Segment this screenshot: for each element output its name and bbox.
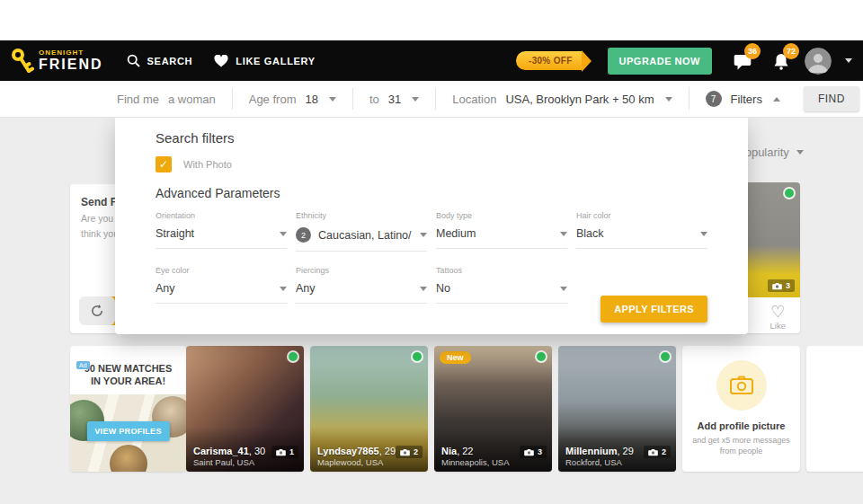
chevron-down-icon bbox=[280, 232, 287, 236]
online-status-dot bbox=[661, 352, 670, 361]
profile-card[interactable]: Carisma_4130 Saint Paul, USA 1 bbox=[186, 346, 304, 472]
profile-age: 29 bbox=[617, 446, 633, 456]
filter-grid: Orientation Straight Ethnicity 2Caucasia… bbox=[156, 211, 707, 304]
heart-outline-icon: ♡ bbox=[770, 304, 786, 320]
chevron-down-icon bbox=[420, 233, 427, 237]
view-profiles-button[interactable]: VIEW PROFILES bbox=[86, 421, 169, 441]
profile-name: Nia22 bbox=[441, 446, 474, 456]
new-badge: New bbox=[440, 351, 471, 364]
chevron-down-icon bbox=[700, 232, 707, 236]
chevron-down-icon bbox=[665, 97, 672, 102]
nav-search-label: SEARCH bbox=[147, 56, 193, 66]
filter-value: No bbox=[436, 282, 553, 295]
location-value: USA, Brooklyn Park + 50 km bbox=[505, 93, 654, 106]
nav-gallery-label: LIKE GALLERY bbox=[236, 56, 316, 66]
page: Popularity Send Flir Are you a think you… bbox=[0, 0, 863, 504]
with-photo-checkbox-row[interactable]: ✓ With Photo bbox=[156, 156, 707, 172]
photo-count: 3 bbox=[538, 447, 542, 456]
profile-card[interactable]: New Nia22 Minneapolis, USA 3 bbox=[434, 346, 552, 472]
filter-value: Straight bbox=[156, 227, 272, 240]
photo-count-badge: 1 bbox=[271, 446, 298, 458]
filter-label: Orientation bbox=[156, 211, 287, 220]
age-to-label: to bbox=[369, 93, 379, 106]
camera-icon bbox=[276, 448, 286, 456]
like-button[interactable]: ♡ Like bbox=[770, 304, 786, 331]
refresh-icon bbox=[90, 304, 104, 318]
filter-ethnicity[interactable]: Ethnicity 2Caucasian, Latino/ Hi... bbox=[296, 211, 427, 252]
refresh-button[interactable] bbox=[79, 296, 115, 325]
filter-eye-color[interactable]: Eye color Any bbox=[156, 266, 287, 304]
messages-count-badge: 36 bbox=[744, 43, 761, 59]
filter-tattoos[interactable]: Tattoos No bbox=[436, 266, 567, 304]
filter-body-type[interactable]: Body type Medium bbox=[436, 211, 567, 252]
logo-text: ONENIGHT FRIEND bbox=[39, 49, 103, 72]
chevron-up-icon bbox=[773, 97, 780, 102]
checkbox-checked[interactable]: ✓ bbox=[156, 156, 172, 172]
search-filters-panel: Search filters ✓ With Photo Advanced Par… bbox=[115, 118, 748, 334]
user-avatar[interactable] bbox=[805, 48, 832, 75]
online-status-dot bbox=[785, 189, 794, 198]
find-button[interactable]: FIND bbox=[804, 86, 859, 111]
profile-name: Millennium29 bbox=[565, 446, 634, 456]
online-status-dot bbox=[413, 352, 422, 361]
filter-label: Body type bbox=[436, 211, 567, 220]
like-label: Like bbox=[770, 321, 786, 331]
filter-label: Ethnicity bbox=[296, 211, 427, 220]
profile-name: Carisma_4130 bbox=[193, 446, 265, 456]
account-menu-caret[interactable] bbox=[845, 58, 852, 63]
camera-icon bbox=[772, 282, 782, 290]
profile-location: Saint Paul, USA bbox=[193, 457, 254, 467]
logo-line1: ONENIGHT bbox=[39, 49, 103, 57]
filters-toggle[interactable]: 7 Filters bbox=[706, 91, 780, 107]
filter-value: Black bbox=[576, 227, 693, 240]
online-status-dot bbox=[289, 352, 298, 361]
add-profile-picture-card[interactable]: Add profile picture and get x5 more mess… bbox=[682, 346, 800, 472]
filters-label: Filters bbox=[731, 93, 762, 106]
photo-count-badge: 3 bbox=[768, 279, 795, 292]
upgrade-now-button[interactable]: UPGRADE NOW bbox=[608, 48, 712, 75]
photo-count-badge: 2 bbox=[396, 446, 423, 458]
filter-value: Any bbox=[296, 282, 413, 295]
filter-piercings[interactable]: Piercings Any bbox=[296, 266, 427, 304]
matches-ad-card[interactable]: Ad 90 NEW MATCHES IN YOUR AREA! VIEW PRO… bbox=[70, 346, 186, 472]
apply-filters-button[interactable]: APPLY FILTERS bbox=[601, 296, 707, 323]
photo-count: 1 bbox=[289, 447, 294, 456]
filter-orientation[interactable]: Orientation Straight bbox=[156, 211, 287, 252]
age-to-selector[interactable]: to 31 bbox=[369, 93, 419, 106]
notifications-count-badge: 72 bbox=[783, 43, 799, 59]
notifications-button[interactable]: 72 bbox=[771, 51, 791, 71]
search-icon bbox=[127, 54, 140, 67]
nav-like-gallery-link[interactable]: LIKE GALLERY bbox=[214, 55, 316, 67]
find-me-value: a woman bbox=[168, 93, 216, 106]
filter-label: Eye color bbox=[156, 266, 287, 275]
discount-badge[interactable]: -30% OFF bbox=[516, 51, 582, 70]
partial-card bbox=[806, 346, 863, 472]
filter-label: Piercings bbox=[296, 266, 427, 275]
chevron-down-icon bbox=[560, 287, 567, 291]
chevron-down-icon bbox=[420, 287, 427, 291]
photo-count: 3 bbox=[786, 281, 790, 290]
camera-circle bbox=[716, 360, 767, 411]
chevron-down-icon bbox=[329, 97, 336, 102]
camera-icon bbox=[400, 448, 410, 456]
avatar-silhouette-icon bbox=[805, 48, 832, 75]
selected-count-badge: 2 bbox=[296, 227, 311, 243]
profile-card[interactable]: Lyndsay786529 Maplewood, USA 2 bbox=[310, 346, 428, 472]
filter-hair-color[interactable]: Hair color Black bbox=[576, 211, 707, 252]
top-navbar: ONENIGHT FRIEND SEARCH LIKE GALLERY -30%… bbox=[0, 40, 863, 81]
filter-value: Medium bbox=[436, 227, 553, 240]
chevron-down-icon bbox=[796, 150, 804, 155]
divider bbox=[232, 88, 233, 110]
location-selector[interactable]: Location USA, Brooklyn Park + 50 km bbox=[452, 93, 672, 106]
filter-value: Any bbox=[156, 282, 272, 295]
profile-card[interactable]: Millennium29 Rockford, USA 2 bbox=[558, 346, 676, 472]
filter-value: Caucasian, Latino/ Hi... bbox=[318, 229, 413, 242]
match-photo-circle bbox=[110, 445, 147, 472]
find-me-label: Find me bbox=[117, 93, 159, 106]
age-from-selector[interactable]: Age from 18 bbox=[249, 93, 336, 106]
messages-button[interactable]: 36 bbox=[733, 51, 752, 71]
nav-search-link[interactable]: SEARCH bbox=[127, 54, 193, 67]
age-to-value: 31 bbox=[388, 93, 401, 106]
site-logo[interactable]: ONENIGHT FRIEND bbox=[11, 48, 103, 75]
find-me-selector[interactable]: Find me a woman bbox=[117, 93, 216, 106]
